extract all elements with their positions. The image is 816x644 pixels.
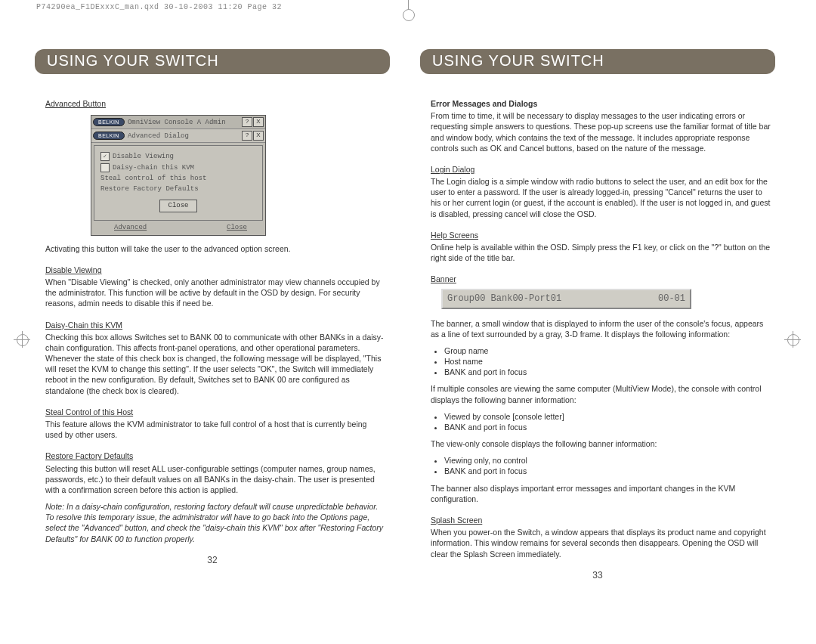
close-icon: X [253,131,264,141]
text-banner-errors: The banner also displays important error… [431,483,771,504]
registration-mark-right [784,331,801,348]
help-icon: ? [242,117,252,127]
page-left: USING YOUR SWITCH Advanced Button BELKIN… [35,49,390,581]
page-right: USING YOUR SWITCH Error Messages and Dia… [420,49,775,581]
help-icon: ? [242,131,252,141]
belkin-logo: BELKIN [93,118,125,126]
dialog-body: ✓Disable Viewing Daisy-chain this KVM St… [94,145,263,220]
list-item: Viewing only, no control [444,455,771,466]
close-icon: X [253,117,264,127]
page-number-left: 32 [35,555,390,565]
bullet-list-3: Viewing only, no control BANK and port i… [444,455,771,476]
dialog-inner-titlebar: BELKIN Advanced Dialog ? X [91,129,265,143]
text-error-messages: From time to time, it will be necessary … [431,110,771,153]
dialog-inner-title: Advanced Dialog [128,132,242,141]
banner-left-text: Group00 Bank00-Port01 [447,293,561,305]
heading-disable-viewing: Disable Viewing [45,265,102,275]
belkin-logo-inner: BELKIN [93,132,125,140]
dialog-footer: Advanced Close [91,223,265,235]
heading-daisy-chain: Daisy-Chain this KVM [45,320,122,330]
heading-steal-control: Steal Control of this Host [45,407,133,417]
text-restore-defaults: Selecting this button will reset ALL use… [45,463,385,496]
close-link: Close [227,223,247,232]
list-item: Viewed by console [console letter] [444,411,771,422]
heading-login-dialog: Login Dialog [431,164,474,175]
banner-right-text: 00-01 [658,293,685,305]
checkbox-daisy-chain: Daisy-chain this KVM [100,163,256,173]
bullet-list-2: Viewed by console [console letter] BANK … [444,411,771,432]
heading-splash-screen: Splash Screen [431,515,482,525]
heading-restore-defaults: Restore Factory Defaults [45,450,133,461]
text-login-dialog: The Login dialog is a simple window with… [431,176,771,219]
heading-help-screens: Help Screens [431,230,478,240]
close-button: Close [159,200,196,212]
page-left-body: Advanced Button BELKIN OmniView Console … [35,94,390,544]
note-daisy-chain: Note: In a daisy-chain configuration, re… [45,501,385,544]
banner-screenshot: Group00 Bank00-Port01 00-01 [441,289,691,308]
text-steal-control: This feature allows the KVM administrato… [45,419,385,440]
text-activating: Activating this button will take the use… [45,243,385,254]
heading-advanced-button: Advanced Button [45,98,106,109]
list-item: Host name [444,356,771,367]
dialog-title-text: OmniView Console A Admin [128,118,242,127]
text-banner-multiview: If multiple consoles are viewing the sam… [431,383,771,404]
bullet-list-1: Group name Host name BANK and port in fo… [444,345,771,378]
text-splash-screen: When you power-on the Switch, a window a… [431,527,771,559]
advanced-link: Advanced [114,223,147,232]
list-item: BANK and port in focus [444,466,771,476]
text-daisy-chain: Checking this box allows Switches set to… [45,332,385,396]
page-right-body: Error Messages and Dialogs From time to … [420,94,775,559]
text-banner-viewonly: The view-only console displays the follo… [431,438,771,449]
list-item: BANK and port in focus [444,367,771,377]
option-steal-control: Steal control of this host [100,174,256,183]
checkbox-icon: ✓ [100,152,110,161]
checkbox-icon [100,163,110,172]
registration-circle-top [403,9,415,21]
text-disable-viewing: When "Disable Viewing" is checked, only … [45,277,385,309]
heading-banner: Banner [431,274,456,284]
list-item: BANK and port in focus [444,422,771,432]
text-banner-intro: The banner, a small window that is displ… [431,318,771,339]
checkbox-disable-viewing: ✓Disable Viewing [100,152,256,162]
advanced-dialog-screenshot: BELKIN OmniView Console A Admin ? X BELK… [91,115,266,236]
option-restore-defaults: Restore Factory Defaults [100,184,256,194]
section-header-right: USING YOUR SWITCH [420,49,775,74]
page-spread: USING YOUR SWITCH Advanced Button BELKIN… [0,11,816,581]
heading-error-messages: Error Messages and Dialogs [431,98,537,109]
section-header-left: USING YOUR SWITCH [35,49,390,74]
registration-mark-left [14,331,30,348]
list-item: Group name [444,345,771,356]
dialog-outer-titlebar: BELKIN OmniView Console A Admin ? X [91,116,265,129]
page-number-right: 33 [420,570,775,581]
text-help-screens: Online help is available within the OSD.… [431,242,771,263]
